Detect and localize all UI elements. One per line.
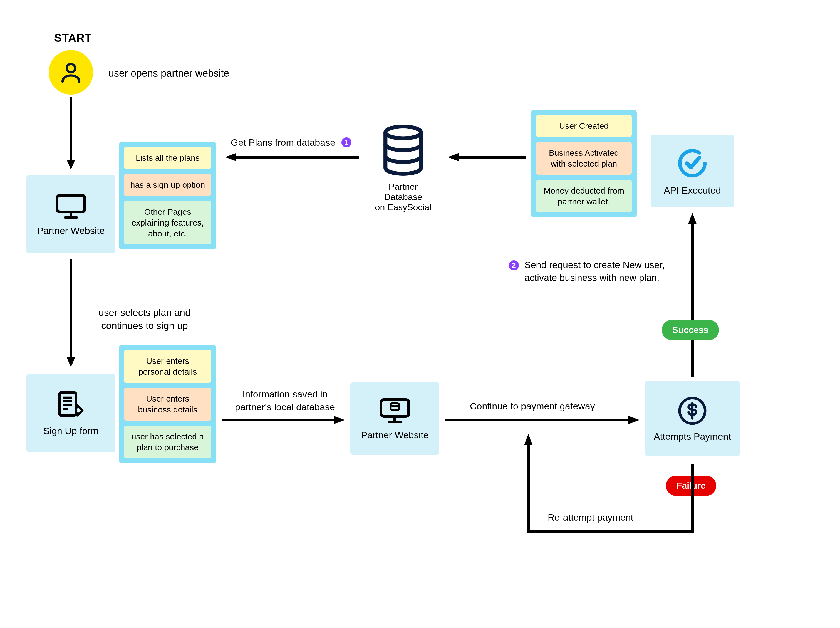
results-list: User Created Business Activated with sel…	[531, 110, 637, 217]
edge-continue-pay-label: Continue to payment gateway	[470, 400, 595, 413]
arrow-signup-to-site2	[223, 414, 345, 426]
node-partner-website-label: Partner Website	[37, 225, 104, 236]
edge-select-plan-label: user selects plan and continues to sign …	[92, 306, 197, 332]
node-partner-website-2-label: Partner Website	[361, 430, 428, 441]
node-partner-website: Partner Website	[27, 175, 115, 253]
node-partner-website-2: Partner Website	[351, 383, 439, 455]
list-item: User Created	[536, 115, 632, 137]
arrow-db-to-plans	[225, 152, 359, 163]
node-partner-db: Partner Database on EasySocial	[370, 124, 437, 212]
start-label: START	[54, 32, 92, 44]
svg-marker-10	[448, 153, 459, 161]
list-item: Business Activated with selected plan	[536, 142, 632, 175]
edge-send-request-label: Send request to create New user, activat…	[524, 259, 665, 284]
check-circle-icon	[676, 147, 709, 180]
arrow-results-to-db	[448, 152, 526, 163]
list-item: Other Pages explaining features, about, …	[124, 201, 211, 244]
edge-saved-label: Information saved in partner's local dat…	[225, 388, 345, 414]
signup-list: User enters personal details User enters…	[119, 345, 216, 463]
svg-marker-29	[524, 434, 532, 445]
database-icon	[379, 124, 427, 177]
badge-2: 2	[509, 260, 519, 270]
edge-send-request: 2 Send request to create New user, activ…	[509, 259, 665, 284]
node-api-executed-label: API Executed	[664, 185, 721, 196]
arrow-payment-to-api	[688, 213, 696, 377]
edge-get-plans-label: Get Plans from database 1	[231, 136, 352, 149]
arrow-start-to-site	[67, 97, 75, 170]
node-api-executed: API Executed	[651, 135, 734, 207]
arrow-site-to-signup	[67, 259, 75, 367]
edge-reattempt-label: Re-attempt payment	[548, 511, 633, 524]
dollar-circle-icon	[677, 395, 707, 426]
svg-marker-2	[67, 160, 75, 170]
svg-marker-25	[628, 416, 639, 424]
badge-success: Success	[662, 320, 719, 340]
edge-get-plans-text: Get Plans from database	[231, 137, 335, 148]
monitor-icon	[54, 193, 88, 220]
svg-marker-19	[334, 416, 345, 424]
user-icon	[58, 60, 84, 85]
start-action-label: user opens partner website	[109, 67, 229, 81]
svg-rect-13	[60, 392, 76, 416]
node-partner-db-label: Partner Database on EasySocial	[370, 182, 437, 212]
plans-list: Lists all the plans has a sign up option…	[119, 142, 216, 250]
svg-marker-28	[688, 213, 696, 224]
svg-point-0	[67, 64, 75, 72]
list-item: user has selected a plan to purchase	[124, 426, 211, 458]
start-node	[49, 50, 93, 95]
badge-1: 1	[341, 138, 352, 147]
form-icon	[55, 390, 86, 421]
monitor-db-icon	[378, 397, 412, 425]
svg-point-6	[385, 127, 421, 139]
svg-marker-12	[67, 358, 75, 367]
list-item: Money deducted from partner wallet.	[536, 180, 632, 212]
svg-point-21	[391, 403, 399, 406]
svg-rect-3	[57, 195, 85, 212]
list-item: Lists all the plans	[124, 147, 211, 169]
list-item: has a sign up option	[124, 174, 211, 196]
node-signup-form-label: Sign Up form	[43, 426, 98, 437]
node-signup-form: Sign Up form	[27, 374, 115, 452]
arrow-site2-to-payment	[445, 414, 639, 426]
list-item: User enters business details	[124, 388, 211, 421]
list-item: User enters personal details	[124, 350, 211, 383]
svg-marker-8	[225, 153, 236, 161]
